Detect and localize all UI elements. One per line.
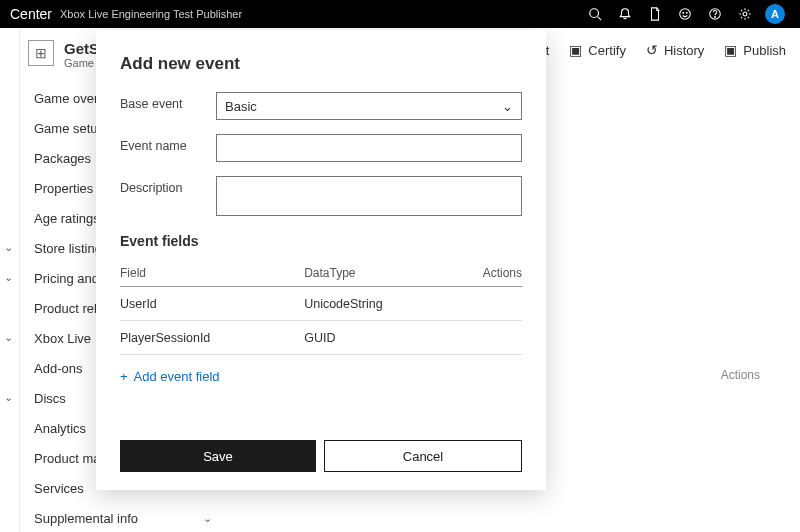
help-icon[interactable] <box>700 0 730 28</box>
certify-icon: ▣ <box>569 42 582 58</box>
publish-icon: ▣ <box>724 42 737 58</box>
base-event-select[interactable]: Basic ⌄ <box>216 92 522 120</box>
project-icon: ⊞ <box>28 40 54 66</box>
chevron-down-icon: ⌄ <box>4 391 13 404</box>
chevron-down-icon: ⌄ <box>4 331 13 344</box>
plus-icon: + <box>120 369 128 384</box>
actions-column-label: Actions <box>721 368 760 382</box>
svg-point-3 <box>683 12 684 13</box>
base-event-label: Base event <box>120 92 216 111</box>
event-fields-table: Field DataType Actions UserId UnicodeStr… <box>120 259 522 355</box>
svg-point-7 <box>743 12 747 16</box>
document-icon[interactable] <box>640 0 670 28</box>
top-header: Center Xbox Live Engineering Test Publis… <box>0 0 800 28</box>
toolbar-history[interactable]: ↺History <box>646 42 704 58</box>
smile-icon[interactable] <box>670 0 700 28</box>
modal-title: Add new event <box>120 54 522 74</box>
table-row: PlayerSessionId GUID <box>120 321 522 355</box>
table-row: UserId UnicodeString <box>120 287 522 321</box>
bell-icon[interactable] <box>610 0 640 28</box>
chevron-down-icon: ⌄ <box>4 271 13 284</box>
svg-line-1 <box>598 17 602 21</box>
description-input[interactable] <box>216 176 522 216</box>
toolbar-publish[interactable]: ▣Publish <box>724 42 786 58</box>
project-title: GetS <box>64 40 99 57</box>
chevron-down-icon: ⌄ <box>203 512 212 525</box>
chevron-down-icon: ⌄ <box>4 241 13 254</box>
project-subtitle: Game <box>64 57 99 69</box>
search-icon[interactable] <box>580 0 610 28</box>
col-field: Field <box>120 266 304 280</box>
col-datatype: DataType <box>304 266 462 280</box>
svg-point-0 <box>590 9 599 18</box>
svg-point-4 <box>686 12 687 13</box>
publisher: Xbox Live Engineering Test Publisher <box>60 8 242 20</box>
save-button[interactable]: Save <box>120 440 316 472</box>
svg-point-6 <box>715 17 716 18</box>
base-event-value: Basic <box>225 99 257 114</box>
add-event-field-link[interactable]: + Add event field <box>120 369 522 384</box>
avatar[interactable]: A <box>760 0 790 28</box>
gear-icon[interactable] <box>730 0 760 28</box>
col-actions: Actions <box>462 266 522 280</box>
history-icon: ↺ <box>646 42 658 58</box>
event-name-label: Event name <box>120 134 216 153</box>
cancel-button[interactable]: Cancel <box>324 440 522 472</box>
svg-point-2 <box>680 9 691 20</box>
event-name-input[interactable] <box>216 134 522 162</box>
add-event-modal: Add new event Base event Basic ⌄ Event n… <box>96 30 546 490</box>
event-fields-title: Event fields <box>120 233 522 249</box>
brand: Center <box>10 6 52 22</box>
sidebar-item-supplemental[interactable]: Supplemental info ⌄ <box>20 503 220 532</box>
toolbar-certify[interactable]: ▣Certify <box>569 42 626 58</box>
description-label: Description <box>120 176 216 195</box>
chevron-down-icon: ⌄ <box>502 99 513 114</box>
